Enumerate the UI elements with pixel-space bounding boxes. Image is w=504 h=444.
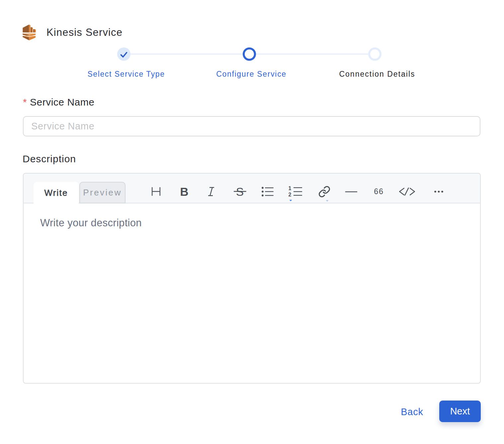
svg-text:2: 2 [289, 192, 292, 197]
svg-text:66: 66 [374, 187, 384, 196]
svg-text:1: 1 [289, 185, 292, 191]
svg-text:B: B [180, 185, 188, 198]
